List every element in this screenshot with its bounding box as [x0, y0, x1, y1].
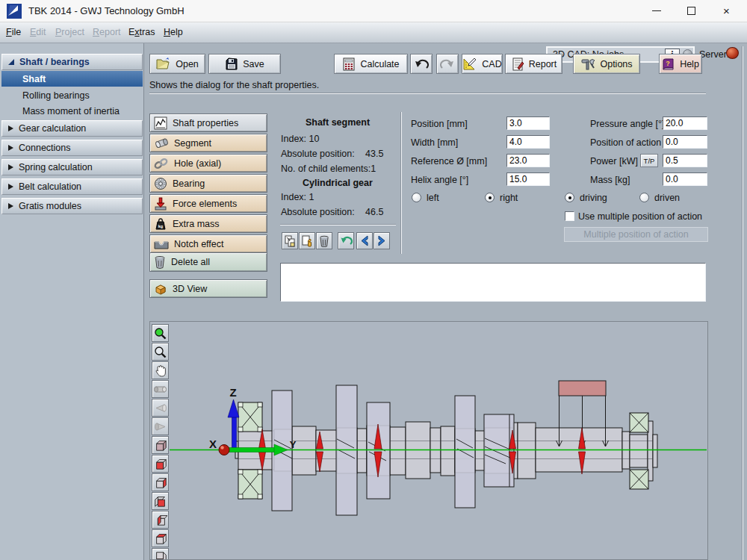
view-bottom-button[interactable] — [152, 548, 169, 560]
power-input[interactable] — [663, 154, 707, 167]
position-input[interactable] — [506, 116, 550, 130]
options-button[interactable]: Options — [573, 54, 640, 74]
force-elements-button[interactable]: Force elements — [149, 194, 267, 213]
view-isometric-button[interactable] — [152, 436, 169, 454]
shaft-properties-icon — [154, 116, 167, 130]
save-floppy-icon — [225, 57, 238, 71]
previous-element-button[interactable] — [356, 232, 373, 249]
position-of-action-input[interactable] — [663, 135, 707, 149]
help-button-label: Help — [680, 59, 699, 69]
notch-effect-button[interactable]: Notch effect — [149, 234, 267, 253]
segment-button[interactable]: Segment — [149, 134, 267, 152]
undo-green-icon — [340, 235, 353, 246]
mass-input[interactable] — [663, 172, 707, 186]
application-window: TBK 2014 - GWJ Technology GmbH × File Ed… — [0, 0, 747, 560]
pan-button[interactable] — [152, 361, 169, 379]
driving-radio[interactable] — [565, 193, 574, 202]
next-element-button[interactable] — [374, 232, 390, 249]
calculator-icon — [342, 57, 356, 71]
segment-heading: Shaft segment — [278, 117, 397, 128]
help-button[interactable]: ? Help — [659, 54, 702, 74]
collapsed-triangle-icon — [8, 145, 13, 151]
torque-power-toggle-button[interactable]: T/P — [640, 154, 658, 167]
collapsed-triangle-icon — [8, 184, 13, 190]
view-right-button[interactable] — [152, 473, 169, 491]
calculate-button-label: Calculate — [360, 59, 399, 69]
delete-element-button[interactable] — [316, 232, 332, 249]
sidebar-section-gratis-modules[interactable]: Gratis modules — [1, 198, 143, 214]
chevron-left-icon — [359, 235, 370, 246]
shaft-properties-button[interactable]: Shaft properties — [149, 113, 267, 132]
options-button-label: Options — [600, 59, 632, 69]
undo-element-button[interactable] — [338, 232, 354, 249]
vertical-divider — [400, 112, 402, 254]
button-label: Bearing — [173, 178, 205, 189]
pressure-angle-input[interactable] — [663, 116, 707, 130]
multiple-position-checkbox[interactable] — [565, 211, 574, 221]
trash-icon — [154, 255, 166, 269]
button-label: Segment — [174, 138, 211, 149]
shaft-drawing: Z X Y — [150, 322, 708, 560]
undo-button[interactable] — [410, 54, 433, 74]
helix-right-radio[interactable] — [485, 193, 495, 202]
copy-element-button[interactable] — [282, 232, 298, 249]
button-label: Force elements — [173, 199, 237, 209]
shaft-drawing-panel: Z X Y — [149, 321, 708, 560]
sidebar-section-shaft-bearings[interactable]: Shaft / bearings — [1, 54, 143, 70]
menu-extras[interactable]: Extras — [128, 27, 155, 37]
helix-left-radio[interactable] — [412, 193, 421, 202]
save-button[interactable]: Save — [208, 54, 281, 74]
copy-icon — [284, 235, 296, 247]
reference-diameter-label: Reference Ø [mm] — [411, 156, 487, 167]
bearing-button[interactable]: Bearing — [149, 174, 267, 193]
sidebar-section-spring-calculation[interactable]: Spring calculation — [1, 159, 143, 175]
trash-icon — [319, 235, 329, 247]
sidebar-item-shaft[interactable]: Shaft — [1, 71, 143, 87]
view-back-button[interactable] — [152, 492, 169, 510]
app-icon — [7, 4, 22, 19]
driven-label: driven — [654, 193, 680, 203]
chevron-right-icon — [376, 235, 387, 246]
driven-radio[interactable] — [639, 193, 649, 202]
report-document-icon — [511, 57, 524, 71]
helix-angle-input[interactable] — [506, 172, 550, 186]
section-label: Shaft / bearings — [19, 57, 90, 67]
report-button[interactable]: Report — [505, 54, 562, 74]
collapsed-triangle-icon — [8, 203, 13, 209]
sidebar-item-mass-moment[interactable]: Mass moment of inertia — [1, 103, 143, 119]
close-button[interactable]: × — [710, 0, 743, 22]
sidebar-section-gear-calculation[interactable]: Gear calculation — [1, 120, 143, 137]
options-tools-icon — [580, 57, 595, 71]
y-axis-arrow — [227, 448, 275, 452]
extra-mass-button[interactable]: kg Extra mass — [149, 214, 267, 233]
notch-effect-icon — [154, 239, 169, 249]
calculate-button[interactable]: Calculate — [334, 54, 408, 74]
view-cylinder-button[interactable] — [152, 380, 169, 398]
3d-view-button[interactable]: 3D View — [149, 279, 267, 298]
maximize-button[interactable] — [675, 0, 708, 22]
view-front-button[interactable] — [152, 455, 169, 473]
view-top-button[interactable] — [152, 529, 169, 547]
width-input[interactable] — [506, 135, 550, 149]
cad-button-label: CAD — [482, 59, 501, 69]
menu-file[interactable]: File — [6, 27, 21, 37]
extra-mass-block — [559, 381, 606, 396]
minimize-button[interactable] — [639, 0, 673, 22]
sidebar-section-connections[interactable]: Connections — [1, 140, 143, 156]
sidebar-section-belt-calculation[interactable]: Belt calculation — [1, 178, 143, 195]
zoom-window-button[interactable] — [152, 343, 169, 361]
open-button[interactable]: Open — [149, 54, 205, 74]
menu-help[interactable]: Help — [164, 27, 183, 37]
delete-all-button[interactable]: Delete all — [149, 252, 267, 272]
hole-axial-button[interactable]: Hole (axial) — [149, 154, 267, 172]
reference-diameter-input[interactable] — [506, 154, 550, 167]
zoom-all-button[interactable] — [152, 324, 169, 342]
sidebar-item-rolling-bearings[interactable]: Rolling bearings — [1, 87, 143, 103]
cad-button[interactable]: CAD — [462, 54, 503, 74]
navigation-sidebar: Shaft / bearings Shaft Rolling bearings … — [0, 43, 144, 560]
x-axis-label: X — [209, 438, 217, 450]
position-label: Position [mm] — [411, 119, 468, 129]
minimize-icon — [652, 10, 661, 11]
paste-element-button[interactable] — [299, 232, 315, 249]
view-left-button[interactable] — [152, 511, 169, 529]
